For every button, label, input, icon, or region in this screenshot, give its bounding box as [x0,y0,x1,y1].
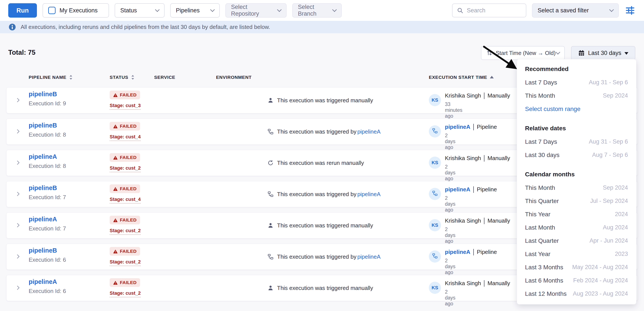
select-branch-label: Select Branch [298,4,329,17]
status-badge: FAILED [110,278,140,287]
date-menu-item-label[interactable]: Last 3 Months [525,264,563,271]
column-header-execution-start-time[interactable]: EXECUTION START TIME [429,75,494,80]
warning-icon [113,249,118,254]
date-menu-item-label[interactable]: This Quarter [525,198,559,204]
avatar: KS [429,219,441,231]
date-menu-item[interactable]: This MonthSep 2024 [525,181,628,194]
pipeline-name-link[interactable]: pipelineB [29,90,57,98]
date-menu-item[interactable]: Last 7 DaysAug 31 - Sep 6 [525,76,628,89]
status-badge: FAILED [110,184,140,193]
saved-filter-label: Select a saved filter [538,7,606,14]
expand-chevron-icon[interactable] [15,128,22,135]
expand-chevron-icon[interactable] [15,253,22,260]
date-menu-item[interactable]: Last QuarterApr - Jun 2024 [525,234,628,247]
my-executions-toggle[interactable]: My Executions [42,3,109,18]
date-menu-item-label[interactable]: Last 12 Months [525,290,566,297]
saved-filter-dropdown[interactable]: Select a saved filter [532,3,619,18]
starter-name[interactable]: Krishika Singh [445,155,481,162]
top-toolbar: Run My Executions Status Pipelines Selec… [0,0,644,21]
expand-chevron-icon[interactable] [15,97,22,104]
trigger-pipeline-link[interactable]: pipelineA [358,191,380,198]
failed-stage-link[interactable]: Stage: cust_3 [110,103,141,110]
my-executions-checkbox[interactable] [48,7,56,14]
pipeline-name-link[interactable]: pipelineA [29,153,57,160]
column-header-pipeline-name[interactable]: PIPELINE NAME [29,75,73,80]
person-icon [268,285,274,291]
failed-stage-link[interactable]: Stage: cust_2 [110,290,141,297]
pipeline-name-link[interactable]: pipelineB [29,122,57,129]
pipeline-avatar-icon [432,253,438,260]
failed-stage-link[interactable]: Stage: cust_4 [110,196,141,204]
expand-chevron-icon[interactable] [15,284,22,291]
trigger-type-label: Manually [488,218,510,224]
date-menu-item-label[interactable]: Last Month [525,224,555,231]
starter-name[interactable]: Krishika Singh [445,92,481,99]
failed-stage-link[interactable]: Stage: cust_2 [110,259,141,266]
pipeline-name-link[interactable]: pipelineB [29,247,57,254]
date-menu-item[interactable]: Last 3 MonthsMay 2024 - Aug 2024 [525,260,628,274]
pipeline-trigger-icon [268,254,274,260]
failed-stage-link[interactable]: Stage: cust_2 [110,228,141,235]
select-repository-dropdown[interactable]: Select Repository [226,3,286,18]
date-menu-item-label[interactable]: Last 30 days [525,152,560,158]
divider [473,186,474,193]
starter-name[interactable]: pipelineA [445,186,470,193]
date-menu-item-label[interactable]: This Year [525,211,550,218]
date-range-button[interactable]: Last 30 days [571,46,635,60]
date-menu-item[interactable]: Last 12 MonthsAug 2023 - Aug 2024 [525,287,628,300]
starter-name[interactable]: pipelineA [445,124,470,130]
pipeline-name-link[interactable]: pipelineA [29,278,57,285]
date-menu-item[interactable]: Select custom range [525,102,628,116]
sort-dropdown[interactable]: Start Time (New → Old) [481,46,565,60]
date-menu-item[interactable]: This Year2024 [525,208,628,221]
sort-icon [486,50,493,56]
starter-name[interactable]: pipelineA [445,249,470,256]
failed-stage-link[interactable]: Stage: cust_4 [110,134,141,141]
pipelines-filter-dropdown[interactable]: Pipelines [170,3,220,18]
expand-chevron-icon[interactable] [15,190,22,198]
date-menu-item-label[interactable]: This Month [525,184,555,191]
divider [484,218,484,224]
date-menu-item-label[interactable]: Last 6 Months [525,277,563,284]
date-menu-item[interactable]: Last 6 MonthsFeb 2024 - Aug 2024 [525,274,628,287]
divider [484,92,484,99]
sort-toggle-icon[interactable] [131,75,134,80]
select-branch-dropdown[interactable]: Select Branch [292,3,342,18]
date-menu-section-header: Relative dates [525,122,628,135]
filter-settings-button[interactable] [624,5,636,16]
search-box[interactable] [452,4,526,17]
chevron-down-icon [155,7,160,12]
trigger-pipeline-link[interactable]: pipelineA [358,254,380,260]
trigger-pipeline-link[interactable]: pipelineA [358,128,380,135]
execution-id: Execution Id: 9 [29,100,66,107]
date-menu-item[interactable]: This MonthSep 2024 [525,89,628,102]
status-filter-dropdown[interactable]: Status [115,3,164,18]
date-menu-item[interactable]: Last MonthAug 2024 [525,221,628,234]
column-header-status[interactable]: STATUS [110,75,134,80]
starter-name[interactable]: Krishika Singh [445,280,481,287]
date-menu-item-label[interactable]: Last 7 Days [525,79,557,86]
info-banner: All executions, including reruns and chi… [0,21,644,33]
expand-chevron-icon[interactable] [15,222,22,229]
date-menu-item[interactable]: This QuarterJul - Sep 2024 [525,194,628,208]
date-menu-item[interactable]: Last 30 daysAug 7 - Sep 6 [525,148,628,162]
pipeline-name-link[interactable]: pipelineA [29,216,57,223]
starter-name[interactable]: Krishika Singh [445,218,481,224]
select-custom-range-link[interactable]: Select custom range [525,106,580,112]
divider [473,249,474,256]
starter-name-line: pipelineA Pipeline [445,249,497,256]
pipeline-name-link[interactable]: pipelineB [29,184,57,192]
trigger-info: This execution was triggered bypipelineA [268,244,380,270]
search-input[interactable] [466,7,522,14]
date-menu-item-label[interactable]: Last Year [525,250,550,258]
date-menu-item-label[interactable]: Last Quarter [525,238,559,244]
sort-toggle-icon[interactable] [69,75,73,80]
expand-chevron-icon[interactable] [15,159,22,166]
date-menu-item[interactable]: Last 7 DaysAug 31 - Sep 6 [525,135,628,148]
execution-id: Execution Id: 8 [29,132,66,138]
date-menu-item[interactable]: Last Year2023 [525,247,628,260]
failed-stage-link[interactable]: Stage: cust_2 [110,165,141,172]
date-menu-item-label[interactable]: Last 7 Days [525,138,557,145]
date-menu-item-label[interactable]: This Month [525,92,555,99]
run-button[interactable]: Run [8,3,37,18]
